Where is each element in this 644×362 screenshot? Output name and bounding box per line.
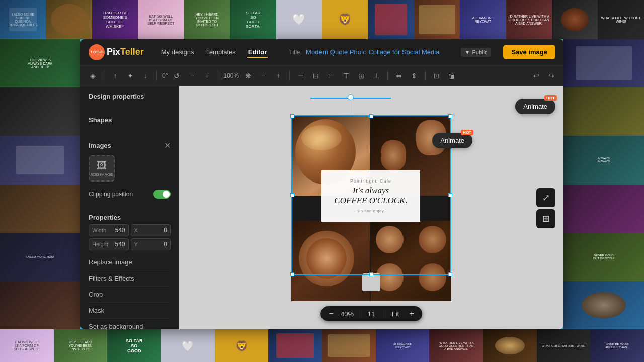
toolbar-separator — [104, 71, 104, 81]
flip-v-icon[interactable]: ⇕ — [408, 70, 420, 82]
strip-item[interactable]: HEY, I HEARDYOU'VE BEENINVITED TOSKYE'S … — [184, 0, 230, 39]
strip-item[interactable] — [0, 281, 80, 329]
strip-item[interactable]: THE VIEW ISALWAYS DARKAND DEEP — [0, 39, 80, 87]
minus-icon[interactable]: − — [186, 70, 198, 82]
strip-item[interactable]: EATING WELLIS A FORM OFSELF-RESPECT — [0, 329, 54, 362]
strip-item[interactable]: SO FARSOGOOD — [107, 329, 161, 362]
design-canvas-container[interactable]: Pomirlugnu Cafe It's always COFFEE O'CLO… — [291, 115, 451, 301]
add-image-button[interactable]: 🖼 ADD IMAGE — [89, 155, 115, 182]
delete-icon[interactable]: 🗑 — [446, 70, 458, 82]
animate-label: Animate — [440, 137, 464, 144]
strip-item[interactable] — [0, 136, 80, 184]
strip-item[interactable] — [0, 87, 80, 136]
y-value[interactable]: 0 — [150, 241, 168, 248]
zoom-out-button[interactable]: − — [327, 309, 335, 318]
close-images-button[interactable]: ✕ — [164, 141, 171, 150]
zoom-icon[interactable]: ❋ — [242, 70, 254, 82]
strip-item[interactable]: NONE BE MOREHELPFUL THAN... — [590, 329, 644, 362]
nav-my-designs[interactable]: My designs — [160, 46, 195, 58]
layers-icon[interactable]: ◈ — [87, 70, 99, 82]
visibility-label: Public — [472, 49, 487, 55]
y-label: Y — [134, 241, 148, 247]
crop-button[interactable]: Crop — [89, 287, 171, 303]
flip-h-icon[interactable]: ⇔ — [393, 70, 405, 82]
strip-item[interactable] — [483, 329, 537, 362]
design-canvas: Pomirlugnu Cafe It's always COFFEE O'CLO… — [291, 115, 451, 301]
move-icon[interactable]: ✦ — [124, 70, 136, 82]
placeholder-element[interactable] — [362, 273, 380, 291]
strip-item[interactable]: I'D RATHER LIVE WITH AGOOD QUESTION THAN… — [429, 329, 483, 362]
strip-item[interactable]: ALWAYSALWAYS — [564, 136, 644, 184]
nav-editor[interactable]: Editor — [247, 46, 268, 58]
x-value[interactable]: 0 — [150, 227, 168, 234]
strip-item[interactable]: I ALSO MORE NON! NEQUE NON REMARQUABLES — [0, 0, 46, 39]
zoom-fit[interactable]: Fit — [387, 310, 405, 318]
strip-item[interactable]: 🦁 — [322, 0, 368, 39]
clipping-label: Clipping position — [89, 191, 133, 198]
filters-effects-button[interactable]: Filters & Effects — [89, 270, 171, 287]
strip-item[interactable]: HEY, I HEARDYOU'VE BEENINVITED TO — [54, 329, 108, 362]
strip-item[interactable]: WHAT A LIFE, WITHOUT WINS! — [598, 0, 643, 39]
align-top-icon[interactable]: ⊤ — [340, 70, 352, 82]
strip-item[interactable]: 🤍 — [276, 0, 322, 39]
align-middle-icon[interactable]: ⊞ — [355, 70, 367, 82]
zoom-minus-icon[interactable]: − — [257, 70, 269, 82]
top-nav: LOGO PixTeller My designs Templates Edit… — [80, 39, 564, 65]
strip-item[interactable]: I'D RATHER LIVE WITH AGOOD QUESTION THAN… — [506, 0, 552, 39]
replace-image-button[interactable]: Replace image — [89, 254, 171, 270]
strip-item[interactable]: WHAT A LIFE, WITHOUT WINS! — [537, 329, 591, 362]
strip-item[interactable]: 🤍 — [161, 329, 215, 362]
redo-icon[interactable]: ↪ — [545, 70, 557, 82]
strip-item[interactable] — [552, 0, 598, 39]
canvas-right-buttons: ⤢ ⊞ — [536, 188, 555, 228]
align-center-icon[interactable]: ⊟ — [310, 70, 322, 82]
strip-item[interactable] — [322, 329, 376, 362]
strip-item[interactable] — [564, 39, 644, 87]
strip-item[interactable]: NEVER GOLDOUT OF STYLE — [564, 233, 644, 281]
clipping-toggle[interactable] — [153, 190, 171, 199]
strip-item[interactable] — [368, 0, 414, 39]
plus-icon[interactable]: + — [201, 70, 213, 82]
strip-item[interactable]: SO FARSOGOODSORTA. — [230, 0, 276, 39]
rotate-icon[interactable]: ↺ — [171, 70, 183, 82]
expand-icon[interactable]: ⤢ — [536, 188, 555, 207]
zoom-in-button[interactable]: + — [408, 309, 416, 318]
strip-item[interactable] — [564, 281, 644, 329]
animate-button[interactable]: Animate HOT — [515, 99, 555, 114]
split-icon[interactable]: ⊞ — [536, 209, 555, 228]
animate-wrapper: Animate HOT — [515, 99, 555, 114]
action-list: Replace image Filters & Effects Crop Mas… — [80, 250, 179, 329]
move-up-icon[interactable]: ↑ — [109, 70, 121, 82]
strip-item[interactable]: ALEXANDREREYOVAT — [460, 0, 506, 39]
zoom-plus-icon[interactable]: + — [272, 70, 284, 82]
strip-item[interactable] — [564, 87, 644, 136]
mask-button[interactable]: Mask — [89, 303, 171, 319]
title-area: Title: Modern Quote Photo Collage for So… — [280, 48, 448, 56]
animate-button[interactable]: Animate HOT — [432, 133, 472, 148]
strip-item[interactable]: I ALSO MORE NON! — [0, 233, 80, 281]
set-as-background-button[interactable]: Set as background — [89, 319, 171, 329]
strip-item[interactable]: 🦁 — [215, 329, 269, 362]
undo-icon[interactable]: ↩ — [530, 70, 542, 82]
nav-templates[interactable]: Templates — [205, 46, 236, 58]
title-value: Modern Quote Photo Collage for Social Me… — [306, 48, 439, 56]
strip-item[interactable] — [564, 185, 644, 233]
move-down-icon[interactable]: ↓ — [139, 70, 151, 82]
width-value[interactable]: 540 — [108, 227, 125, 234]
strip-item[interactable]: ALEXANDREREYOVAT — [376, 329, 430, 362]
strip-item[interactable]: EATING WELLIS A FORM OFSELF-RESPECT — [138, 0, 184, 39]
height-value[interactable]: 540 — [110, 241, 125, 248]
strip-item[interactable]: I RATHER BESOMEONE'SSHOT OFWHISKEY — [92, 0, 138, 39]
zoom-controls: − 40% 11 Fit + — [320, 306, 422, 321]
strip-item[interactable] — [268, 329, 322, 362]
height-field: Height 540 — [89, 238, 129, 250]
strip-item[interactable] — [0, 185, 80, 233]
align-bottom-icon[interactable]: ⊥ — [370, 70, 382, 82]
align-right-icon[interactable]: ⊢ — [325, 70, 337, 82]
visibility-badge[interactable]: ▼ Public — [461, 48, 492, 57]
frame-icon[interactable]: ⊡ — [431, 70, 443, 82]
strip-item[interactable] — [414, 0, 460, 39]
strip-item[interactable] — [46, 0, 92, 39]
align-left-icon[interactable]: ⊣ — [295, 70, 307, 82]
save-image-button[interactable]: Save image — [503, 45, 555, 59]
